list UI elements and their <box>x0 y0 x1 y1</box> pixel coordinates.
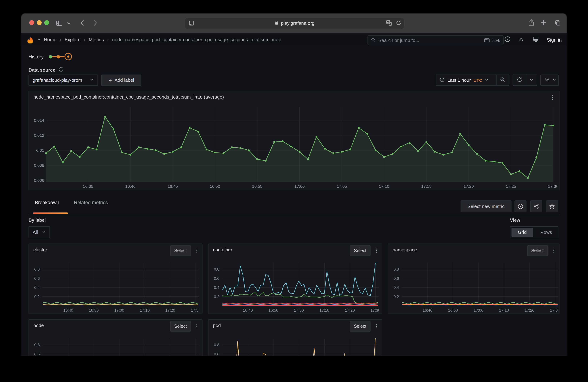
tab-breakdown[interactable]: Breakdown <box>35 200 59 205</box>
explain-compass-button[interactable] <box>514 200 526 212</box>
by-label-select[interactable]: All <box>28 226 50 238</box>
reader-mode-icon[interactable] <box>188 20 195 27</box>
select-new-metric-button[interactable]: Select new metric <box>461 200 512 212</box>
time-range-button[interactable]: Last 1 hour UTC <box>436 75 496 85</box>
data-source-picker[interactable]: grafanacloud-play-prom <box>28 75 98 86</box>
history-step-icon[interactable] <box>57 55 60 58</box>
chevron-down-icon <box>552 77 556 83</box>
tab-related-metrics[interactable]: Related metrics <box>74 200 108 205</box>
container-chart[interactable]: 16:4016:5017:0017:1017:2017:300.80.60.40… <box>212 263 379 314</box>
search-placeholder: Search or jump to... <box>378 38 482 43</box>
select-button[interactable]: Select <box>170 246 191 256</box>
svg-text:17:10: 17:10 <box>140 308 149 313</box>
svg-text:0.6: 0.6 <box>34 352 40 356</box>
chevron-down-icon <box>90 77 94 83</box>
panel-title: container <box>213 247 232 252</box>
select-button[interactable]: Select <box>170 321 191 332</box>
bookmark-star-button[interactable] <box>546 200 558 212</box>
main-metric-panel: node_namespace_pod_container:container_c… <box>28 91 559 190</box>
zoom-out-button[interactable] <box>496 75 509 85</box>
panel-menu-icon[interactable] <box>552 248 556 255</box>
traffic-light-close[interactable] <box>29 20 34 25</box>
tab-overview-icon[interactable] <box>554 19 561 26</box>
svg-text:17:30: 17:30 <box>548 184 557 189</box>
panel-menu-icon[interactable] <box>195 248 199 255</box>
svg-text:0.4: 0.4 <box>394 285 399 290</box>
help-icon[interactable]: ? <box>504 36 511 44</box>
zoom-out-icon <box>500 77 505 84</box>
refresh-interval-dropdown[interactable] <box>526 75 537 85</box>
url-text: play.grafana.org <box>281 21 315 26</box>
share-icon[interactable] <box>527 19 535 27</box>
forward-button-icon[interactable] <box>91 19 99 27</box>
panel-title: namespace <box>393 247 417 252</box>
back-button-icon[interactable] <box>79 19 86 27</box>
breadcrumb-metrics[interactable]: Metrics <box>89 37 104 42</box>
svg-text:0.006: 0.006 <box>34 178 44 183</box>
grafana-logo-icon[interactable] <box>27 36 34 43</box>
svg-text:0.8: 0.8 <box>34 267 40 271</box>
org-switcher-chevron-icon[interactable] <box>37 37 41 42</box>
translate-icon[interactable]: A <box>386 20 392 27</box>
info-icon[interactable] <box>58 67 63 73</box>
panel-menu-icon[interactable] <box>374 248 379 255</box>
svg-text:0.6: 0.6 <box>214 276 219 281</box>
svg-text:0.4: 0.4 <box>34 285 40 290</box>
select-button[interactable]: Select <box>350 321 371 332</box>
history-step-icon[interactable] <box>49 55 52 58</box>
add-label-button[interactable]: + Add label <box>101 75 141 86</box>
select-button[interactable]: Select <box>350 246 371 256</box>
breadcrumb-home[interactable]: Home <box>44 37 56 42</box>
sign-in-button[interactable]: Sign in <box>547 37 562 42</box>
compass-icon <box>518 203 524 209</box>
history-current-step-icon[interactable] <box>65 53 72 60</box>
plus-icon: + <box>109 77 112 83</box>
share-panel-button[interactable] <box>530 200 542 212</box>
breakdown-panel-node: node Select 16:4016:5017:0017:1017:2017:… <box>28 319 202 356</box>
news-rss-icon[interactable] <box>519 36 525 43</box>
sidebar-toggle-icon[interactable] <box>56 20 63 27</box>
namespace-chart[interactable]: 16:4016:5017:0017:1017:2017:300.80.60.40… <box>392 263 559 314</box>
breadcrumb: Home › Explore › Metrics › node_namespac… <box>27 33 281 46</box>
history-timeline[interactable] <box>49 53 72 60</box>
svg-text:17:30: 17:30 <box>191 308 199 313</box>
svg-text:17:20: 17:20 <box>165 308 175 313</box>
traffic-light-zoom[interactable] <box>44 20 49 25</box>
svg-text:0.6: 0.6 <box>34 276 40 281</box>
cluster-chart[interactable]: 16:4016:5017:0017:1017:2017:300.80.60.40… <box>33 263 199 314</box>
traffic-light-minimize[interactable] <box>37 20 42 25</box>
screenshot-stage: play.grafana.org A <box>0 0 588 382</box>
breadcrumb-explore[interactable]: Explore <box>65 37 81 42</box>
panel-menu-icon[interactable] <box>374 324 379 330</box>
view-option-rows[interactable]: Rows <box>535 228 557 237</box>
svg-text:0.6: 0.6 <box>214 352 219 356</box>
search-input[interactable]: Search or jump to... ⌘+k <box>368 35 504 45</box>
main-timeseries-chart[interactable]: 16:3516:4016:4516:5016:5517:0017:0517:10… <box>32 107 557 191</box>
data-source-label-row: Data source <box>28 67 63 73</box>
svg-text:17:15: 17:15 <box>421 184 432 189</box>
clock-icon <box>440 77 445 83</box>
node-chart[interactable]: 16:4016:5017:0017:1017:2017:300.80.60.40… <box>33 338 199 355</box>
data-source-value: grafanacloud-play-prom <box>33 77 86 83</box>
settings-button[interactable] <box>540 75 559 86</box>
new-tab-icon[interactable] <box>540 19 547 26</box>
pod-chart[interactable]: 16:4016:5017:0017:1017:2017:300.80.60.40… <box>212 338 379 355</box>
panel-menu-icon[interactable] <box>550 95 555 102</box>
panel-title: pod <box>213 323 221 328</box>
select-button[interactable]: Select <box>527 246 548 256</box>
svg-text:16:40: 16:40 <box>125 184 136 189</box>
reload-icon[interactable] <box>396 20 401 27</box>
screen-monitor-icon[interactable] <box>533 36 539 44</box>
panel-menu-icon[interactable] <box>195 324 199 330</box>
svg-text:0.014: 0.014 <box>34 118 44 123</box>
search-icon <box>371 37 376 43</box>
time-range-text: Last 1 hour <box>447 77 471 83</box>
svg-text:17:25: 17:25 <box>506 184 516 189</box>
refresh-button[interactable] <box>513 75 526 85</box>
chevron-down-icon <box>42 230 46 235</box>
svg-text:17:00: 17:00 <box>294 308 304 313</box>
view-option-grid[interactable]: Grid <box>511 228 533 237</box>
sidebar-chevron-icon[interactable] <box>67 21 71 25</box>
breakdown-panel-cluster: cluster Select 16:4016:5017:0017:1017:20… <box>28 244 202 314</box>
url-bar[interactable]: play.grafana.org A <box>185 17 405 29</box>
